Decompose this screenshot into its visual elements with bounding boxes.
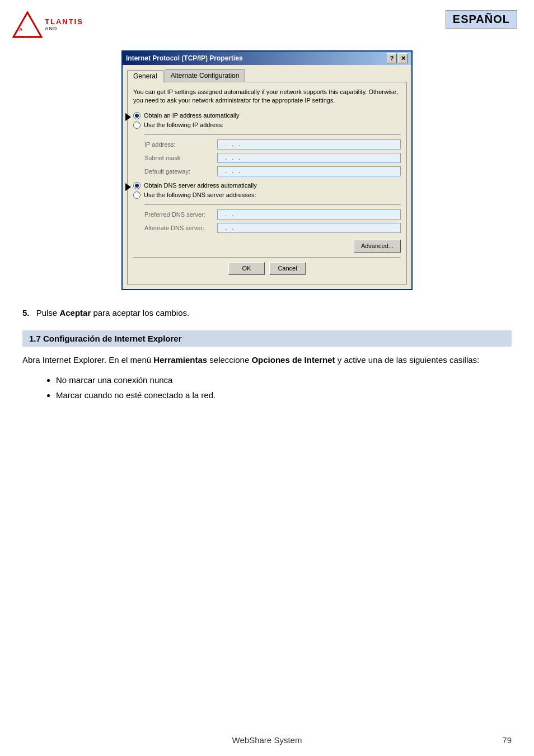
dialog-footer: OK Cancel [133,257,401,278]
step5-text-end: para aceptar los cambios. [91,308,189,318]
close-button[interactable]: ✕ [398,53,408,63]
arrow-dns-section [125,183,131,191]
alternate-dns-label: Alternate DNS server: [144,225,217,231]
section-17-heading: 1.7 Configuración de Internet Explorer [22,330,512,347]
default-gateway-row: Default gateway: . . . [133,166,401,176]
separator-ip [144,134,401,135]
logo-icon: A [11,10,44,39]
brand-sub: AND [45,26,83,32]
language-badge: ESPAÑOL [446,10,517,29]
page-header: A TLANTIS AND ESPAÑOL [0,0,534,45]
tab-bar: General Alternate Configuration [127,69,407,82]
preferred-dns-label: Preferred DNS server: [144,211,217,218]
svg-text:A: A [19,27,23,32]
dns-radio-section: Obtain DNS server address automatically … [133,182,401,199]
default-gateway-input[interactable]: . . . [217,166,401,176]
preferred-dns-input[interactable]: . . [217,209,401,220]
description-text: You can get IP settings assigned automat… [133,88,401,105]
radio-manual-ip-label: Use the following IP address: [144,122,223,128]
page-content: Internet Protocol (TCP/IP) Properties ? … [0,45,534,419]
ip-radio-section: Obtain an IP address automatically Use t… [133,112,401,129]
radio-manual-dns[interactable]: Use the following DNS server addresses: [133,192,401,199]
tab-general[interactable]: General [127,70,163,82]
footer-product: WebShare System [232,735,302,745]
dialog-title: Internet Protocol (TCP/IP) Properties [126,54,243,62]
section-17-body: Abra Internet Explorer. En el menú Herra… [22,353,512,367]
tcp-ip-dialog: Internet Protocol (TCP/IP) Properties ? … [121,50,413,290]
page-footer: WebShare System 79 [0,735,534,745]
separator-dns [144,204,401,205]
logo-text-area: TLANTIS AND [45,17,83,32]
radio-auto-dns[interactable]: Obtain DNS server address automatically [133,182,401,189]
brand-name: TLANTIS [45,17,83,26]
tab-alternate-config[interactable]: Alternate Configuration [165,69,246,82]
opciones-bold: Opciones de Internet [251,355,335,365]
radio-manual-ip[interactable]: Use the following IP address: [133,122,401,129]
dialog-controls: ? ✕ [387,53,408,63]
dialog-titlebar: Internet Protocol (TCP/IP) Properties ? … [123,52,411,65]
herramientas-bold: Herramientas [153,355,207,365]
radio-manual-dns-label: Use the following DNS server addresses: [144,192,256,198]
ip-address-row: IP address: . . . [133,139,401,150]
list-item: Marcar cuando no esté conectado a la red… [56,388,512,403]
preferred-dns-row: Preferred DNS server: . . [133,209,401,220]
step5-text-start: Pulse [36,308,60,318]
radio-manual-ip-input[interactable] [133,122,140,129]
step-number: 5. [22,308,30,318]
radio-manual-dns-input[interactable] [133,192,140,199]
step-5-section: 5. Pulse Aceptar para aceptar los cambio… [22,307,512,320]
subnet-mask-input[interactable]: . . . [217,153,401,163]
ok-button[interactable]: OK [228,262,265,275]
ip-address-input[interactable]: . . . [217,139,401,150]
list-item: No marcar una conexión nunca [56,372,512,388]
bullet-list: No marcar una conexión nunca Marcar cuan… [22,372,512,403]
radio-auto-ip[interactable]: Obtain an IP address automatically [133,112,401,119]
tab-content-general: You can get IP settings assigned automat… [127,82,407,284]
ip-address-label: IP address: [144,141,217,148]
subnet-mask-row: Subnet mask: . . . [133,153,401,163]
radio-auto-dns-label: Obtain DNS server address automatically [144,182,257,189]
body-mid: seleccione [207,355,251,365]
alternate-dns-row: Alternate DNS server: . . [133,223,401,233]
logo: A TLANTIS AND [11,10,83,39]
radio-auto-ip-input[interactable] [133,112,140,119]
dialog-body: General Alternate Configuration You can … [123,65,411,289]
footer-page-number: 79 [502,735,512,745]
body-start: Abra Internet Explorer. En el menú [22,355,153,365]
radio-auto-dns-input[interactable] [133,182,140,189]
advanced-button[interactable]: Advanced... [354,240,401,253]
alternate-dns-input[interactable]: . . [217,223,401,233]
dialog-wrapper: Internet Protocol (TCP/IP) Properties ? … [121,50,413,290]
radio-auto-ip-label: Obtain an IP address automatically [144,112,239,119]
default-gateway-label: Default gateway: [144,168,217,175]
arrow-ip-section [125,113,131,121]
step5-bold: Aceptar [59,308,91,318]
help-button[interactable]: ? [387,53,397,63]
advanced-action-row: Advanced... [133,236,401,254]
body-end: y active una de las siguientes casillas: [335,355,480,365]
cancel-button[interactable]: Cancel [269,262,306,275]
subnet-mask-label: Subnet mask: [144,155,217,161]
svg-marker-0 [13,12,41,37]
